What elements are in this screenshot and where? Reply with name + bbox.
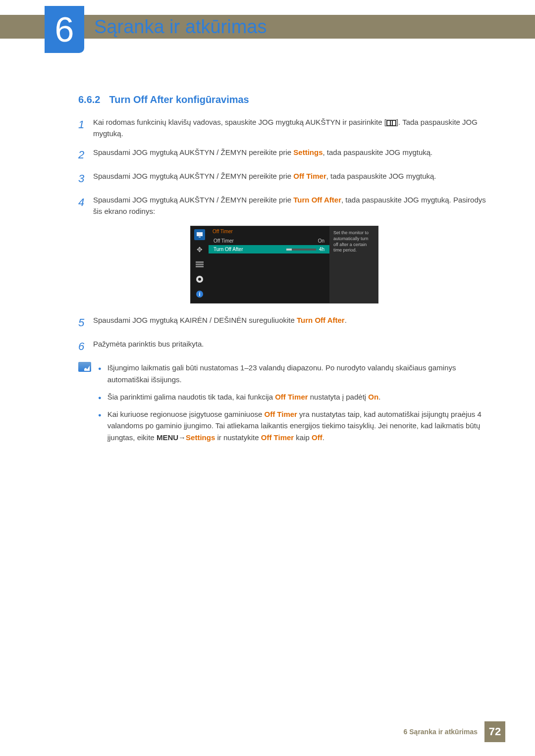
move-icon: ✥ [194,244,205,255]
step-4: 4 Spausdami JOG mygtuką AUKŠTYN / ŽEMYN … [78,194,490,217]
osd-header: Off Timer [209,226,329,237]
arrow-icon: → [178,432,186,443]
step-body: Pažymėta parinktis bus pritaikyta. [93,338,490,355]
chapter-badge: 6 [45,6,84,53]
step-number: 4 [78,194,93,217]
osd-screenshot: ✥ i Off Timer Off Timer On [78,226,490,303]
svg-point-6 [198,278,201,281]
note-item: ● Išjungimo laikmatis gali būti nustatom… [98,362,490,385]
chapter-number: 6 [55,10,74,50]
step-list-cont: 5 Spausdami JOG mygtuką KAIRĖN / DEŠINĖN… [78,314,490,355]
step-number: 6 [78,338,93,355]
step-6: 6 Pažymėta parinktis bus pritaikyta. [78,338,490,355]
bullet-icon: ● [98,364,102,385]
step-body: Spausdami JOG mygtuką AUKŠTYN / ŽEMYN pe… [93,147,490,163]
step-1: 1 Kai rodomas funkcinių klavišų vadovas,… [78,116,490,140]
svg-text:i: i [199,291,200,297]
list-icon [194,259,205,270]
chapter-title: Sąranka ir atkūrimas [94,16,267,38]
page-number: 72 [484,721,505,742]
osd-sidebar: ✥ i [191,226,209,303]
osd-panel: ✥ i Off Timer Off Timer On [190,226,378,303]
step-number: 1 [78,116,93,140]
note-icon [78,362,91,372]
svg-rect-2 [196,261,204,263]
info-icon: i [194,289,205,300]
footer: 6 Sąranka ir atkūrimas 72 [404,721,505,742]
gear-icon [194,274,205,285]
menu-icon [386,120,396,126]
note-list: ● Išjungimo laikmatis gali būti nustatom… [98,362,490,449]
osd-slider [286,249,316,251]
osd-row-turnoffafter: Turn Off After 4h [209,245,329,253]
step-number: 5 [78,314,93,331]
note-item: ● Šia parinktimi galima naudotis tik tad… [98,391,490,403]
osd-body: Off Timer Off Timer On Turn Off After 4h [209,226,329,303]
footer-text: 6 Sąranka ir atkūrimas [404,728,478,736]
section-number: 6.6.2 [78,94,100,105]
step-list: 1 Kai rodomas funkcinių klavišų vadovas,… [78,116,490,217]
step-body: Kai rodomas funkcinių klavišų vadovas, s… [93,116,490,140]
section-title: Turn Off After konfigūravimas [109,94,249,105]
monitor-icon [194,229,205,240]
step-body: Spausdami JOG mygtuką AUKŠTYN / ŽEMYN pe… [93,194,490,217]
bullet-icon: ● [98,394,102,403]
content-area: 6.6.2Turn Off After konfigūravimas 1 Kai… [78,94,490,449]
step-3: 3 Spausdami JOG mygtuką AUKŠTYN / ŽEMYN … [78,170,490,187]
step-number: 2 [78,147,93,163]
osd-tip: Set the monitor to automatically turn of… [329,226,378,303]
bullet-icon: ● [98,411,102,443]
note-item: ● Kai kuriuose regionuose įsigytuose gam… [98,408,490,443]
step-2: 2 Spausdami JOG mygtuką AUKŠTYN / ŽEMYN … [78,147,490,163]
step-body: Spausdami JOG mygtuką KAIRĖN / DEŠINĖN s… [93,314,490,331]
osd-row-offtimer: Off Timer On [209,237,329,245]
svg-rect-1 [199,237,201,238]
svg-rect-0 [197,232,203,236]
svg-rect-3 [196,264,204,265]
step-body: Spausdami JOG mygtuką AUKŠTYN / ŽEMYN pe… [93,170,490,187]
step-number: 3 [78,170,93,187]
section-heading: 6.6.2Turn Off After konfigūravimas [78,94,490,105]
svg-rect-4 [196,266,204,267]
note-block: ● Išjungimo laikmatis gali būti nustatom… [78,362,490,449]
step-5: 5 Spausdami JOG mygtuką KAIRĖN / DEŠINĖN… [78,314,490,331]
